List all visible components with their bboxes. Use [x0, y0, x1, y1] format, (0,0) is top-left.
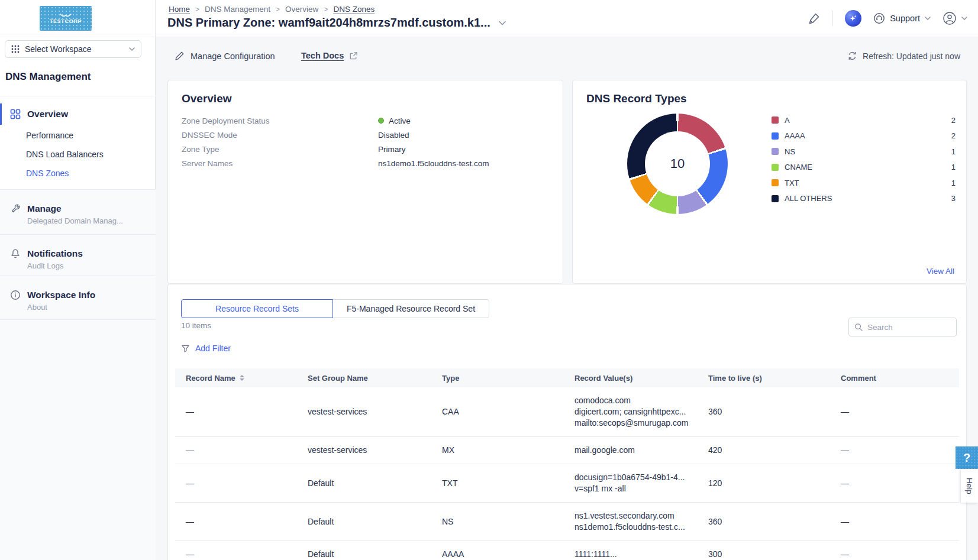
cell-comment: —	[841, 541, 948, 560]
overview-field-row: Server Namesns1demo1.f5clouddns-test.com	[182, 156, 551, 170]
breadcrumb-dns-management[interactable]: DNS Management	[205, 5, 270, 14]
cell-line: —	[841, 445, 940, 456]
sidebar-product-title: DNS Management	[5, 71, 91, 83]
table-row[interactable]: —vestest-servicesCAAcomodoca.comdigicert…	[175, 387, 959, 437]
cell-record-name: —	[186, 464, 308, 502]
field-label: Zone Type	[182, 145, 378, 154]
cell-line: ns1demo1.f5clouddns-test.c...	[574, 522, 700, 533]
sidebar-item-label: Overview	[27, 109, 68, 119]
brush-icon[interactable]	[808, 12, 821, 25]
title-chevron-down-icon[interactable]	[499, 21, 506, 25]
cell-record-values: comodoca.comdigicert.com; cansignhttpexc…	[574, 387, 708, 436]
status-active-dot	[378, 118, 384, 124]
help-tab-label: Help	[965, 478, 974, 494]
sidebar-item-subtitle: Delegated Domain Manag...	[27, 216, 156, 225]
record-sets-table: Record NameSet Group NameTypeRecord Valu…	[175, 368, 959, 560]
cell-ttl: 120	[708, 464, 841, 502]
field-value: Active	[378, 116, 411, 125]
tab-resource-record-sets[interactable]: Resource Record Sets	[181, 299, 333, 318]
overview-fields: Zone Deployment StatusActiveDNSSEC ModeD…	[182, 114, 551, 170]
table-row[interactable]: —DefaultNSns1.vestest.secondary.comns1de…	[175, 503, 959, 541]
sort-down-arrow	[240, 378, 244, 381]
column-header[interactable]: Record Name	[186, 374, 308, 383]
support-label: Support	[890, 14, 920, 23]
column-header-label: Type	[442, 374, 459, 383]
cell-line: 360	[708, 516, 832, 527]
dns-record-types-title: DNS Record Types	[586, 92, 687, 105]
account-menu[interactable]	[943, 11, 967, 25]
table-row[interactable]: —DefaultAAAA1111:1111...300—	[175, 541, 959, 560]
cell-line: docusign=1b0a6754-49b1-4...	[574, 472, 700, 483]
chevron-down-icon	[129, 47, 135, 51]
add-filter-button[interactable]: Add Filter	[181, 344, 231, 353]
breadcrumb-dns-zones[interactable]: DNS Zones	[333, 5, 375, 14]
add-filter-label: Add Filter	[195, 344, 231, 353]
cell-line: mail.google.com	[574, 445, 700, 456]
sidebar-item-dns-load-balancers[interactable]: DNS Load Balancers	[26, 150, 104, 159]
cell-line: —	[186, 406, 299, 417]
legend-item: ALL OTHERS3	[772, 191, 956, 207]
cell-line: 300	[708, 549, 832, 560]
table-row[interactable]: —DefaultTXTdocusign=1b0a6754-49b1-4...v=…	[175, 464, 959, 503]
field-label: DNSSEC Mode	[182, 131, 378, 140]
tech-docs-link[interactable]: Tech Docs	[301, 51, 358, 60]
cell-line: —	[841, 516, 940, 527]
breadcrumb-overview[interactable]: Overview	[285, 5, 318, 14]
divider	[0, 96, 156, 96]
sort-icon[interactable]	[240, 375, 244, 381]
overview-field-row: Zone Deployment StatusActive	[182, 114, 551, 128]
table-body: —vestest-servicesCAAcomodoca.comdigicert…	[175, 387, 959, 560]
table-row[interactable]: —vestest-servicesMXmail.google.com420—	[175, 437, 959, 464]
cell-line: —	[841, 478, 940, 489]
field-value: Primary	[378, 145, 406, 154]
column-header[interactable]: Set Group Name	[308, 374, 442, 383]
column-header[interactable]: Type	[442, 374, 574, 383]
column-header-label: Record Value(s)	[574, 374, 632, 383]
legend-label: AAAA	[785, 131, 805, 140]
workspace-selector[interactable]: Select Workspace	[5, 40, 141, 58]
testcorp-logo: TESTCORP	[40, 6, 92, 31]
legend-swatch	[772, 179, 779, 186]
legend-count: 3	[951, 194, 956, 203]
divider	[0, 37, 156, 37]
view-all-link[interactable]: View All	[927, 267, 954, 276]
refresh-button[interactable]: Refresh: Updated just now	[847, 51, 960, 61]
cell-line: 1111:1111...	[574, 549, 700, 560]
search-input[interactable]	[867, 323, 951, 332]
column-header-label: Set Group Name	[308, 374, 368, 383]
sidebar-item-overview[interactable]: Overview	[0, 103, 156, 125]
breadcrumb-home[interactable]: Home	[169, 5, 190, 14]
sidebar-item-workspace-info[interactable]: Workspace Info About	[0, 276, 156, 319]
sidebar-item-manage[interactable]: Manage Delegated Domain Manag...	[0, 189, 156, 234]
cell-ttl: 360	[708, 387, 841, 436]
record-sets-tabs: Resource Record Sets F5-Managed Resource…	[181, 299, 489, 318]
field-value-text: Disabled	[378, 131, 409, 140]
column-header-label: Record Name	[186, 374, 235, 383]
sidebar-item-dns-zones[interactable]: DNS Zones	[26, 169, 69, 178]
manage-configuration-button[interactable]: Manage Configuration	[175, 51, 275, 61]
cell-line: digicert.com; cansignhttpexc...	[574, 406, 700, 417]
cell-set-group-name: Default	[308, 503, 442, 540]
ai-assistant-button[interactable]	[845, 10, 861, 27]
sidebar-item-notifications[interactable]: Notifications Audit Logs	[0, 234, 156, 276]
refresh-icon	[847, 51, 857, 61]
cell-line: —	[841, 406, 940, 417]
refresh-label: Refresh: Updated just now	[863, 51, 960, 61]
cell-comment: —	[841, 464, 948, 502]
column-header[interactable]: Record Value(s)	[574, 374, 708, 383]
search-box	[848, 318, 957, 336]
cell-line: mailto:secops@smurugap.com	[574, 417, 700, 429]
tab-f5-managed-resource-record-set[interactable]: F5-Managed Resource Record Set	[333, 299, 489, 318]
legend-swatch	[772, 132, 779, 140]
help-question-button[interactable]: ?	[956, 446, 978, 469]
sidebar-item-label: Manage	[27, 203, 62, 214]
legend-label: TXT	[785, 179, 799, 187]
support-menu[interactable]: Support	[873, 12, 931, 24]
legend-swatch	[772, 116, 779, 124]
help-tab[interactable]: Help	[961, 469, 978, 503]
info-icon	[10, 290, 21, 300]
sidebar-item-performance[interactable]: Performance	[26, 131, 73, 140]
column-header[interactable]: Time to live (s)	[708, 374, 841, 383]
column-header[interactable]: Comment	[841, 374, 948, 383]
cell-type: NS	[442, 503, 574, 540]
